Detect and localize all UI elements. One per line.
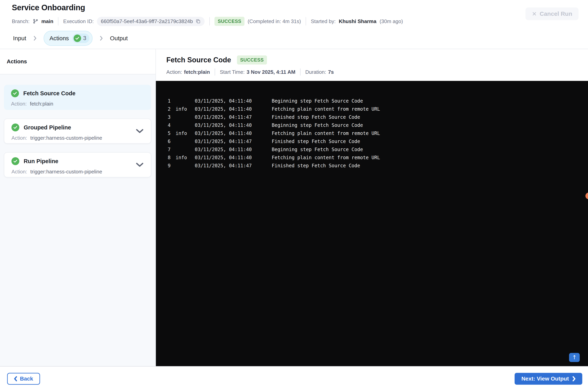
log-line-number: 7 bbox=[168, 146, 176, 154]
log-message: Fetching plain content from remote URL bbox=[272, 105, 580, 113]
git-branch-icon bbox=[33, 18, 38, 24]
log-message: Fetching plain content from remote URL bbox=[272, 154, 580, 162]
execution-id-value: 660f50a7-5eef-43a6-9ff7-2a2179c3824b bbox=[101, 18, 193, 24]
chevron-down-icon bbox=[136, 129, 143, 133]
log-level: info bbox=[176, 129, 195, 137]
tab-actions[interactable]: Actions 3 bbox=[44, 31, 93, 46]
actions-count: 3 bbox=[83, 35, 86, 41]
footer-bar: Back Next: View Output bbox=[0, 366, 588, 391]
log-console[interactable]: 103/11/2025, 04:11:40Beginning step Fetc… bbox=[156, 81, 588, 366]
step-title: Fetch Source Code bbox=[166, 56, 231, 64]
card-title-row: Fetch Source Code bbox=[11, 89, 145, 97]
log-timestamp: 03/11/2025, 04:11:40 bbox=[195, 146, 272, 154]
log-timestamp: 03/11/2025, 04:11:47 bbox=[195, 113, 272, 121]
arrow-up-icon: ↑ bbox=[572, 355, 577, 360]
log-line: 103/11/2025, 04:11:40Beginning step Fetc… bbox=[168, 97, 580, 105]
log-line-number: 4 bbox=[168, 121, 176, 129]
meta-duration: Duration: 7s bbox=[305, 69, 334, 75]
log-message: Finished step Fetch Source Code bbox=[272, 113, 580, 121]
meta-start-time: Start Time: 3 Nov 2025, 4:11 AM bbox=[220, 69, 295, 75]
card-title: Run Pipeline bbox=[24, 158, 58, 165]
log-message: Finished step Fetch Source Code bbox=[272, 137, 580, 146]
actions-count-badge: 3 bbox=[72, 33, 89, 43]
expand-card-button[interactable] bbox=[135, 162, 144, 168]
log-level: info bbox=[176, 154, 195, 162]
branch-name: main bbox=[41, 18, 53, 24]
log-timestamp: 03/11/2025, 04:11:47 bbox=[195, 162, 272, 170]
action-value: fetch:plain bbox=[30, 101, 53, 107]
scroll-to-top-button[interactable]: ↑ bbox=[569, 353, 580, 362]
divider bbox=[58, 17, 58, 25]
log-line-number: 5 bbox=[168, 129, 176, 137]
log-level bbox=[176, 146, 195, 154]
meta-value: fetch:plain bbox=[184, 69, 210, 75]
log-level bbox=[176, 97, 195, 105]
log-line-number: 6 bbox=[168, 137, 176, 146]
completed-in-text: (Completed in: 4m 31s) bbox=[248, 18, 301, 24]
actions-sidebar: Actions Fetch Source Code Action: fetch:… bbox=[0, 49, 156, 366]
expand-card-button[interactable] bbox=[135, 128, 144, 134]
log-line: 703/11/2025, 04:11:40Beginning step Fetc… bbox=[168, 146, 580, 154]
log-line: 2info03/11/2025, 04:11:40Fetching plain … bbox=[168, 105, 580, 113]
meta-label: Duration: bbox=[305, 69, 326, 75]
action-value: trigger:harness-custom-pipeline bbox=[30, 169, 102, 175]
log-timestamp: 03/11/2025, 04:11:40 bbox=[195, 97, 272, 105]
started-by-label: Started by: bbox=[311, 18, 336, 24]
action-card-list: Fetch Source Code Action: fetch:plain Gr… bbox=[0, 74, 156, 186]
run-status-badge: SUCCESS bbox=[214, 17, 244, 26]
success-check-icon bbox=[74, 34, 81, 42]
execution-id-pill: 660f50a7-5eef-43a6-9ff7-2a2179c3824b bbox=[97, 17, 205, 26]
started-ago-text: (30m ago) bbox=[380, 18, 403, 24]
log-line: 903/11/2025, 04:11:47Finished step Fetch… bbox=[168, 162, 580, 170]
log-level bbox=[176, 121, 195, 129]
sidebar-heading: Actions bbox=[0, 49, 156, 74]
meta-value: 7s bbox=[328, 69, 334, 75]
meta-label: Start Time: bbox=[220, 69, 245, 75]
log-level bbox=[176, 113, 195, 121]
detail-title-row: Fetch Source Code SUCCESS bbox=[166, 55, 588, 65]
action-card-fetch-source-code[interactable]: Fetch Source Code Action: fetch:plain bbox=[4, 85, 151, 110]
log-timestamp: 03/11/2025, 04:11:40 bbox=[195, 129, 272, 137]
card-action-row: Action: trigger:harness-custom-pipeline bbox=[11, 135, 145, 141]
tab-input[interactable]: Input bbox=[13, 35, 26, 42]
success-check-icon bbox=[11, 89, 19, 97]
card-title-row: Grouped Pipeline bbox=[11, 123, 145, 131]
log-line: 303/11/2025, 04:11:47Finished step Fetch… bbox=[168, 113, 580, 121]
execution-meta-row: Branch: main Execution ID: 660f50a7-5eef… bbox=[12, 16, 403, 26]
log-timestamp: 03/11/2025, 04:11:40 bbox=[195, 121, 272, 129]
tab-output[interactable]: Output bbox=[110, 35, 128, 42]
action-card-grouped-pipeline[interactable]: Grouped Pipeline Action: trigger:harness… bbox=[4, 118, 151, 144]
chevron-down-icon bbox=[136, 163, 143, 167]
log-line: 403/11/2025, 04:11:40Beginning step Fetc… bbox=[168, 121, 580, 129]
log-line: 5info03/11/2025, 04:11:40Fetching plain … bbox=[168, 129, 580, 137]
log-level: info bbox=[176, 105, 195, 113]
action-card-run-pipeline[interactable]: Run Pipeline Action: trigger:harness-cus… bbox=[4, 152, 151, 177]
log-timestamp: 03/11/2025, 04:11:47 bbox=[195, 137, 272, 146]
cancel-run-label: Cancel Run bbox=[540, 10, 572, 17]
service-onboarding-page: Service Onboarding Branch: main Executio… bbox=[0, 0, 588, 391]
log-message: Fetching plain content from remote URL bbox=[272, 129, 580, 137]
log-line-number: 1 bbox=[168, 97, 176, 105]
log-message: Beginning step Fetch Source Code bbox=[272, 97, 580, 105]
meta-action: Action: fetch:plain bbox=[166, 69, 210, 75]
page-header: Service Onboarding Branch: main Executio… bbox=[0, 0, 588, 28]
divider bbox=[300, 69, 300, 76]
action-value: trigger:harness-custom-pipeline bbox=[30, 135, 102, 141]
cancel-run-button[interactable]: Cancel Run bbox=[525, 7, 579, 20]
content-area: Actions Fetch Source Code Action: fetch:… bbox=[0, 49, 588, 366]
chevron-right-icon bbox=[33, 35, 36, 41]
copy-icon[interactable] bbox=[196, 19, 201, 24]
step-detail-panel: Fetch Source Code SUCCESS Action: fetch:… bbox=[156, 49, 588, 366]
success-check-icon bbox=[11, 157, 19, 165]
log-level bbox=[176, 137, 195, 146]
back-label: Back bbox=[20, 376, 33, 382]
page-title: Service Onboarding bbox=[12, 3, 85, 12]
card-title-row: Run Pipeline bbox=[11, 157, 145, 165]
back-button[interactable]: Back bbox=[7, 373, 40, 385]
divider bbox=[306, 17, 306, 25]
step-tabbar: Input Actions 3 Output bbox=[0, 28, 588, 49]
log-message: Beginning step Fetch Source Code bbox=[272, 146, 580, 154]
step-status-badge: SUCCESS bbox=[237, 55, 267, 65]
chevron-right-icon bbox=[100, 35, 103, 41]
next-view-output-button[interactable]: Next: View Output bbox=[515, 373, 582, 385]
